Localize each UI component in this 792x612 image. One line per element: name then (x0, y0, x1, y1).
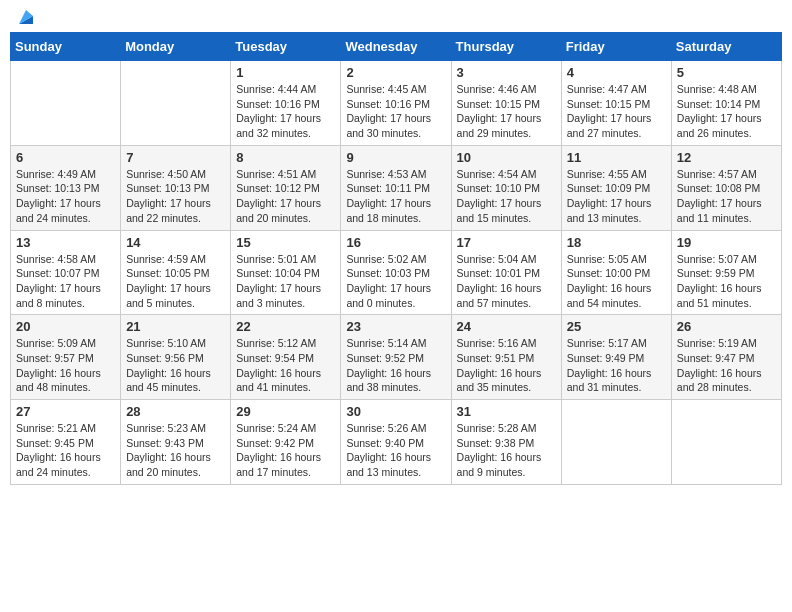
calendar-cell: 24Sunrise: 5:16 AM Sunset: 9:51 PM Dayli… (451, 315, 561, 400)
weekday-header-thursday: Thursday (451, 33, 561, 61)
day-number: 20 (16, 319, 115, 334)
calendar-cell: 17Sunrise: 5:04 AM Sunset: 10:01 PM Dayl… (451, 230, 561, 315)
day-info: Sunrise: 4:59 AM Sunset: 10:05 PM Daylig… (126, 252, 225, 311)
day-info: Sunrise: 5:01 AM Sunset: 10:04 PM Daylig… (236, 252, 335, 311)
day-number: 19 (677, 235, 776, 250)
calendar-cell: 8Sunrise: 4:51 AM Sunset: 10:12 PM Dayli… (231, 145, 341, 230)
calendar-cell: 1Sunrise: 4:44 AM Sunset: 10:16 PM Dayli… (231, 61, 341, 146)
day-number: 15 (236, 235, 335, 250)
day-number: 24 (457, 319, 556, 334)
weekday-header-friday: Friday (561, 33, 671, 61)
day-info: Sunrise: 4:48 AM Sunset: 10:14 PM Daylig… (677, 82, 776, 141)
calendar-cell: 3Sunrise: 4:46 AM Sunset: 10:15 PM Dayli… (451, 61, 561, 146)
day-info: Sunrise: 4:50 AM Sunset: 10:13 PM Daylig… (126, 167, 225, 226)
day-info: Sunrise: 4:47 AM Sunset: 10:15 PM Daylig… (567, 82, 666, 141)
calendar-table: SundayMondayTuesdayWednesdayThursdayFrid… (10, 32, 782, 485)
calendar-cell: 2Sunrise: 4:45 AM Sunset: 10:16 PM Dayli… (341, 61, 451, 146)
day-number: 4 (567, 65, 666, 80)
day-number: 11 (567, 150, 666, 165)
calendar-cell: 13Sunrise: 4:58 AM Sunset: 10:07 PM Dayl… (11, 230, 121, 315)
week-row-3: 13Sunrise: 4:58 AM Sunset: 10:07 PM Dayl… (11, 230, 782, 315)
calendar-cell: 23Sunrise: 5:14 AM Sunset: 9:52 PM Dayli… (341, 315, 451, 400)
calendar-cell: 27Sunrise: 5:21 AM Sunset: 9:45 PM Dayli… (11, 400, 121, 485)
day-number: 12 (677, 150, 776, 165)
calendar-cell: 14Sunrise: 4:59 AM Sunset: 10:05 PM Dayl… (121, 230, 231, 315)
day-info: Sunrise: 5:07 AM Sunset: 9:59 PM Dayligh… (677, 252, 776, 311)
calendar-cell: 28Sunrise: 5:23 AM Sunset: 9:43 PM Dayli… (121, 400, 231, 485)
day-info: Sunrise: 4:57 AM Sunset: 10:08 PM Daylig… (677, 167, 776, 226)
calendar-cell: 6Sunrise: 4:49 AM Sunset: 10:13 PM Dayli… (11, 145, 121, 230)
weekday-header-tuesday: Tuesday (231, 33, 341, 61)
week-row-4: 20Sunrise: 5:09 AM Sunset: 9:57 PM Dayli… (11, 315, 782, 400)
calendar-cell: 4Sunrise: 4:47 AM Sunset: 10:15 PM Dayli… (561, 61, 671, 146)
day-info: Sunrise: 4:51 AM Sunset: 10:12 PM Daylig… (236, 167, 335, 226)
weekday-header-monday: Monday (121, 33, 231, 61)
week-row-2: 6Sunrise: 4:49 AM Sunset: 10:13 PM Dayli… (11, 145, 782, 230)
calendar-cell: 16Sunrise: 5:02 AM Sunset: 10:03 PM Dayl… (341, 230, 451, 315)
calendar-cell: 10Sunrise: 4:54 AM Sunset: 10:10 PM Dayl… (451, 145, 561, 230)
day-number: 3 (457, 65, 556, 80)
day-number: 21 (126, 319, 225, 334)
calendar-cell: 9Sunrise: 4:53 AM Sunset: 10:11 PM Dayli… (341, 145, 451, 230)
day-info: Sunrise: 4:55 AM Sunset: 10:09 PM Daylig… (567, 167, 666, 226)
calendar-cell (121, 61, 231, 146)
day-number: 26 (677, 319, 776, 334)
page-header (10, 10, 782, 24)
day-info: Sunrise: 5:05 AM Sunset: 10:00 PM Daylig… (567, 252, 666, 311)
day-number: 5 (677, 65, 776, 80)
day-number: 1 (236, 65, 335, 80)
day-info: Sunrise: 5:28 AM Sunset: 9:38 PM Dayligh… (457, 421, 556, 480)
calendar-cell: 29Sunrise: 5:24 AM Sunset: 9:42 PM Dayli… (231, 400, 341, 485)
day-info: Sunrise: 5:17 AM Sunset: 9:49 PM Dayligh… (567, 336, 666, 395)
day-info: Sunrise: 5:23 AM Sunset: 9:43 PM Dayligh… (126, 421, 225, 480)
calendar-cell: 7Sunrise: 4:50 AM Sunset: 10:13 PM Dayli… (121, 145, 231, 230)
day-number: 28 (126, 404, 225, 419)
calendar-cell: 31Sunrise: 5:28 AM Sunset: 9:38 PM Dayli… (451, 400, 561, 485)
calendar-cell: 25Sunrise: 5:17 AM Sunset: 9:49 PM Dayli… (561, 315, 671, 400)
calendar-cell (671, 400, 781, 485)
day-number: 16 (346, 235, 445, 250)
weekday-header-sunday: Sunday (11, 33, 121, 61)
day-info: Sunrise: 5:12 AM Sunset: 9:54 PM Dayligh… (236, 336, 335, 395)
logo (14, 10, 37, 24)
day-number: 10 (457, 150, 556, 165)
day-number: 13 (16, 235, 115, 250)
calendar-cell: 30Sunrise: 5:26 AM Sunset: 9:40 PM Dayli… (341, 400, 451, 485)
calendar-cell: 15Sunrise: 5:01 AM Sunset: 10:04 PM Dayl… (231, 230, 341, 315)
day-number: 14 (126, 235, 225, 250)
week-row-1: 1Sunrise: 4:44 AM Sunset: 10:16 PM Dayli… (11, 61, 782, 146)
day-info: Sunrise: 5:09 AM Sunset: 9:57 PM Dayligh… (16, 336, 115, 395)
day-number: 29 (236, 404, 335, 419)
calendar-cell: 20Sunrise: 5:09 AM Sunset: 9:57 PM Dayli… (11, 315, 121, 400)
day-info: Sunrise: 5:21 AM Sunset: 9:45 PM Dayligh… (16, 421, 115, 480)
day-info: Sunrise: 4:45 AM Sunset: 10:16 PM Daylig… (346, 82, 445, 141)
calendar-cell: 22Sunrise: 5:12 AM Sunset: 9:54 PM Dayli… (231, 315, 341, 400)
day-number: 22 (236, 319, 335, 334)
day-number: 2 (346, 65, 445, 80)
logo-icon (15, 6, 37, 28)
weekday-header-wednesday: Wednesday (341, 33, 451, 61)
day-info: Sunrise: 4:58 AM Sunset: 10:07 PM Daylig… (16, 252, 115, 311)
day-number: 9 (346, 150, 445, 165)
day-number: 18 (567, 235, 666, 250)
day-info: Sunrise: 5:19 AM Sunset: 9:47 PM Dayligh… (677, 336, 776, 395)
day-number: 31 (457, 404, 556, 419)
calendar-cell: 18Sunrise: 5:05 AM Sunset: 10:00 PM Dayl… (561, 230, 671, 315)
day-number: 30 (346, 404, 445, 419)
day-info: Sunrise: 5:04 AM Sunset: 10:01 PM Daylig… (457, 252, 556, 311)
calendar-cell: 12Sunrise: 4:57 AM Sunset: 10:08 PM Dayl… (671, 145, 781, 230)
day-info: Sunrise: 4:44 AM Sunset: 10:16 PM Daylig… (236, 82, 335, 141)
week-row-5: 27Sunrise: 5:21 AM Sunset: 9:45 PM Dayli… (11, 400, 782, 485)
calendar-cell (11, 61, 121, 146)
day-number: 23 (346, 319, 445, 334)
day-info: Sunrise: 5:16 AM Sunset: 9:51 PM Dayligh… (457, 336, 556, 395)
calendar-cell: 19Sunrise: 5:07 AM Sunset: 9:59 PM Dayli… (671, 230, 781, 315)
day-info: Sunrise: 4:46 AM Sunset: 10:15 PM Daylig… (457, 82, 556, 141)
day-info: Sunrise: 4:53 AM Sunset: 10:11 PM Daylig… (346, 167, 445, 226)
calendar-cell: 21Sunrise: 5:10 AM Sunset: 9:56 PM Dayli… (121, 315, 231, 400)
day-info: Sunrise: 4:49 AM Sunset: 10:13 PM Daylig… (16, 167, 115, 226)
day-info: Sunrise: 5:10 AM Sunset: 9:56 PM Dayligh… (126, 336, 225, 395)
day-info: Sunrise: 4:54 AM Sunset: 10:10 PM Daylig… (457, 167, 556, 226)
day-number: 25 (567, 319, 666, 334)
day-number: 27 (16, 404, 115, 419)
